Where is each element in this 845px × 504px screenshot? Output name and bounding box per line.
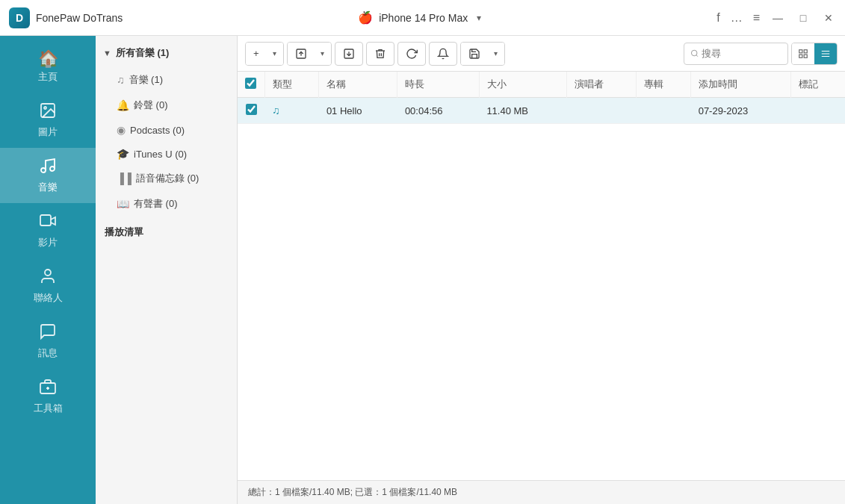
save-main-button[interactable] bbox=[461, 43, 488, 65]
export-icon bbox=[295, 48, 307, 60]
table-row[interactable]: ♫ 01 Hello 00:04:56 11.40 MB 07-29-2023 bbox=[238, 98, 845, 124]
save-button-split[interactable]: ▾ bbox=[460, 42, 505, 66]
voice-memo-icon: ▐▐ bbox=[117, 172, 131, 184]
category-ringtones-label: 鈴聲 (0) bbox=[134, 99, 168, 112]
col-artist: 演唱者 bbox=[567, 72, 637, 98]
sidebar-item-video[interactable]: 影片 bbox=[0, 203, 96, 258]
logo-letter: D bbox=[16, 12, 23, 24]
svg-rect-4 bbox=[40, 215, 51, 225]
sidebar-label-contacts: 聯絡人 bbox=[34, 291, 63, 305]
add-main-button[interactable]: + bbox=[246, 43, 267, 65]
refresh-icon bbox=[406, 48, 418, 60]
table-header-row: 類型 名稱 時長 大小 演唱者 專輯 添加時間 標記 bbox=[238, 72, 845, 98]
notification-button[interactable] bbox=[429, 42, 457, 66]
sidebar-label-video: 影片 bbox=[38, 236, 58, 249]
grid-view-button[interactable] bbox=[792, 43, 814, 64]
main-layout: 🏠 主頁 圖片 音樂 影片 bbox=[0, 36, 845, 504]
row-tag bbox=[791, 98, 845, 124]
header-checkbox-cell[interactable] bbox=[238, 72, 264, 98]
save-icon bbox=[468, 48, 480, 60]
row-checkbox[interactable] bbox=[246, 104, 257, 115]
sidebar-item-toolbox[interactable]: 工具箱 bbox=[0, 369, 96, 424]
select-all-checkbox[interactable] bbox=[245, 78, 256, 89]
row-duration: 00:04:56 bbox=[397, 98, 480, 124]
search-box[interactable] bbox=[684, 43, 788, 65]
export-button-split[interactable]: ▾ bbox=[287, 42, 332, 66]
home-icon: 🏠 bbox=[38, 51, 58, 67]
sidebar-item-messages[interactable]: 訊息 bbox=[0, 314, 96, 369]
titlebar: D FonePaw DoTrans 🍎 iPhone 14 Pro Max ▾ … bbox=[0, 0, 845, 36]
category-panel: ▼ 所有音樂 (1) ♫ 音樂 (1) 🔔 鈴聲 (0) ◉ Podcasts … bbox=[96, 36, 238, 504]
category-item-podcasts[interactable]: ◉ Podcasts (0) bbox=[96, 118, 237, 142]
list-view-button[interactable] bbox=[814, 43, 837, 64]
music-table: 類型 名稱 時長 大小 演唱者 專輯 添加時間 標記 bbox=[238, 72, 845, 480]
row-album bbox=[637, 98, 691, 124]
category-itunes-u-label: iTunes U (0) bbox=[134, 149, 187, 160]
content-area: + ▾ ▾ bbox=[238, 36, 845, 504]
close-button[interactable]: ✕ bbox=[821, 10, 836, 25]
statusbar-text: 總計：1 個檔案/11.40 MB; 已選：1 個檔案/11.40 MB bbox=[248, 486, 457, 499]
category-item-voice-memos[interactable]: ▐▐ 語音備忘錄 (0) bbox=[96, 166, 237, 191]
svg-line-14 bbox=[696, 55, 698, 57]
sidebar-item-music[interactable]: 音樂 bbox=[0, 148, 96, 203]
titlebar-left: D FonePaw DoTrans bbox=[9, 7, 123, 28]
podcasts-icon: ◉ bbox=[117, 124, 126, 136]
maximize-button[interactable]: □ bbox=[796, 10, 811, 25]
category-item-audiobooks[interactable]: 📖 有聲書 (0) bbox=[96, 191, 237, 217]
export-dropdown-button[interactable]: ▾ bbox=[315, 43, 331, 65]
refresh-button[interactable] bbox=[397, 42, 426, 66]
music-icon bbox=[39, 157, 57, 178]
col-name: 名稱 bbox=[319, 72, 397, 98]
chat-button[interactable]: … bbox=[731, 12, 743, 24]
category-header-title: 所有音樂 (1) bbox=[116, 46, 170, 60]
sidebar-label-photos: 圖片 bbox=[38, 125, 58, 139]
toolbar: + ▾ ▾ bbox=[238, 36, 845, 72]
import-button[interactable] bbox=[335, 42, 363, 66]
category-item-music[interactable]: ♫ 音樂 (1) bbox=[96, 67, 237, 93]
search-icon bbox=[690, 49, 699, 58]
col-size: 大小 bbox=[479, 72, 566, 98]
grid-icon bbox=[798, 49, 808, 59]
sidebar-label-music: 音樂 bbox=[38, 181, 58, 194]
facebook-button[interactable]: f bbox=[716, 12, 719, 24]
ringtone-icon: 🔔 bbox=[117, 99, 129, 111]
minimize-button[interactable]: — bbox=[770, 10, 785, 25]
category-item-itunes-u[interactable]: 🎓 iTunes U (0) bbox=[96, 142, 237, 166]
save-dropdown-button[interactable]: ▾ bbox=[488, 43, 504, 65]
row-checkbox-cell[interactable] bbox=[238, 98, 264, 124]
col-added: 添加時間 bbox=[691, 72, 791, 98]
export-main-button[interactable] bbox=[288, 43, 315, 65]
device-name: iPhone 14 Pro Max bbox=[379, 12, 468, 24]
add-dropdown-button[interactable]: ▾ bbox=[267, 43, 283, 65]
device-selector[interactable]: 🍎 iPhone 14 Pro Max ▾ bbox=[358, 10, 481, 25]
svg-point-3 bbox=[50, 167, 55, 171]
delete-button[interactable] bbox=[366, 42, 394, 66]
svg-rect-15 bbox=[799, 49, 802, 52]
sidebar-item-contacts[interactable]: 聯絡人 bbox=[0, 258, 96, 314]
itunes-u-icon: 🎓 bbox=[117, 148, 129, 160]
category-collapse-arrow[interactable]: ▼ bbox=[103, 49, 111, 57]
sidebar-item-home[interactable]: 🏠 主頁 bbox=[0, 42, 96, 93]
import-icon bbox=[343, 48, 355, 60]
row-type: ♫ bbox=[264, 98, 319, 124]
category-music-label: 音樂 (1) bbox=[129, 73, 164, 87]
svg-rect-16 bbox=[804, 49, 807, 52]
add-button-split[interactable]: + ▾ bbox=[245, 42, 284, 66]
search-input[interactable] bbox=[702, 48, 781, 59]
music-note-icon: ♫ bbox=[117, 74, 125, 86]
row-artist bbox=[567, 98, 637, 124]
sidebar-label-toolbox: 工具箱 bbox=[34, 402, 63, 415]
sidebar-label-home: 主頁 bbox=[38, 70, 58, 84]
row-size: 11.40 MB bbox=[479, 98, 566, 124]
delete-icon bbox=[374, 48, 386, 60]
menu-button[interactable]: ≡ bbox=[753, 12, 760, 24]
photos-icon bbox=[39, 102, 57, 122]
contacts-icon bbox=[39, 267, 57, 288]
device-dropdown-arrow[interactable]: ▾ bbox=[477, 13, 481, 23]
sidebar-item-photos[interactable]: 圖片 bbox=[0, 93, 96, 148]
audiobook-icon: 📖 bbox=[117, 198, 129, 210]
sidebar: 🏠 主頁 圖片 音樂 影片 bbox=[0, 36, 96, 504]
category-item-ringtones[interactable]: 🔔 鈴聲 (0) bbox=[96, 93, 237, 118]
window-controls: f … ≡ — □ ✕ bbox=[716, 10, 836, 25]
app-name: FonePaw DoTrans bbox=[36, 12, 123, 24]
